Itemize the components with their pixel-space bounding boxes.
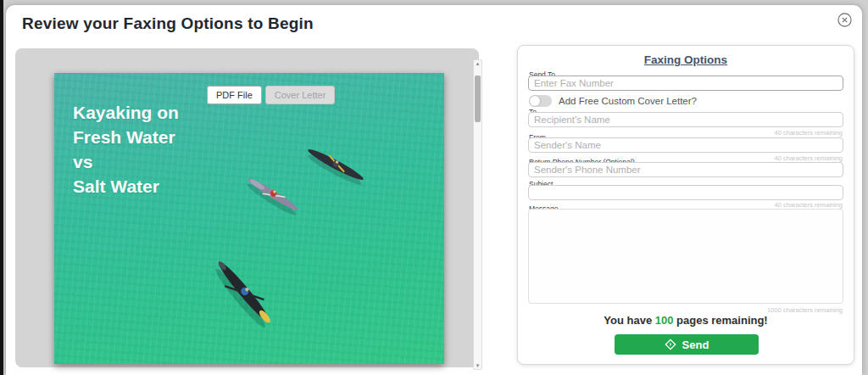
document-title-line: Salt Water (73, 174, 179, 199)
send-button[interactable]: Send (615, 334, 759, 355)
document-title: Kayaking on Fresh Water vs Salt Water (73, 100, 179, 199)
tab-cover-letter[interactable]: Cover Letter (265, 86, 336, 104)
kayaker-middle (243, 175, 302, 218)
recipient-name-input[interactable] (528, 112, 843, 127)
kayaker-bottom (210, 255, 278, 331)
sender-name-input[interactable] (528, 137, 843, 153)
message-counter: 1000 characters remaining (767, 306, 843, 314)
from-counter: 40 characters remaining (775, 154, 843, 162)
page-title: Review your Faxing Options to Begin (22, 14, 314, 33)
tab-pdf-file[interactable]: PDF File (207, 86, 262, 104)
form-title: Faxing Options (518, 53, 854, 66)
sender-phone-input[interactable] (528, 162, 843, 177)
scroll-down-icon[interactable]: ▼ (474, 363, 481, 368)
document-title-line: Kayaking on (73, 100, 179, 125)
close-icon[interactable] (835, 12, 854, 31)
send-diamond-icon (665, 339, 676, 350)
pages-remaining-prefix: You have (604, 314, 654, 327)
scrollbar-thumb[interactable] (475, 76, 481, 122)
document-title-line: vs (73, 149, 179, 174)
cover-letter-toggle-row: Add Free Custom Cover Letter? (529, 94, 697, 108)
kayaker-top (303, 145, 366, 188)
toggle-knob (530, 96, 540, 106)
cover-letter-toggle-label: Add Free Custom Cover Letter? (559, 96, 697, 106)
pages-remaining-text: You have 100 pages remaining! (518, 314, 854, 327)
faxing-options-modal: Review your Faxing Options to Begin PDF … (6, 5, 862, 375)
preview-tabs: PDF File Cover Letter (207, 86, 335, 104)
fax-number-input[interactable] (528, 76, 843, 91)
cover-letter-toggle[interactable] (529, 95, 552, 107)
scroll-up-icon[interactable]: ▲ (474, 61, 481, 66)
faxing-options-panel: Faxing Options Send To Add Free Custom C… (517, 45, 854, 365)
subject-input[interactable] (528, 185, 843, 200)
subject-counter: 40 characters remaining (775, 201, 843, 209)
document-title-line: Fresh Water (73, 125, 179, 149)
message-textarea[interactable] (528, 209, 843, 304)
pdf-preview-page: Kayaking on Fresh Water vs Salt Water (54, 73, 444, 364)
pages-remaining-count: 100 (655, 314, 674, 327)
to-counter: 40 characters remaining (775, 129, 843, 137)
preview-scrollbar[interactable]: ▲ ▼ (473, 59, 482, 370)
document-preview-panel: PDF File Cover Letter (15, 48, 479, 367)
send-button-label: Send (682, 339, 709, 351)
pages-remaining-suffix: pages remaining! (673, 314, 767, 327)
viewport-edge (0, 0, 3, 375)
